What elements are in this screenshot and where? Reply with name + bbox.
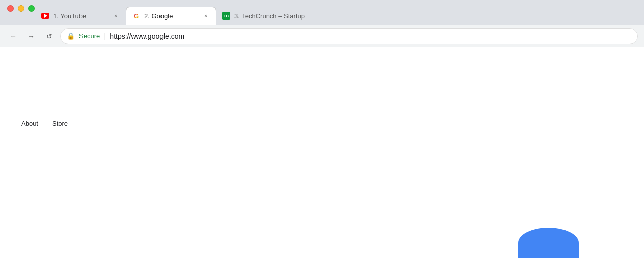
tab-google-title: 2. Google [144,12,198,20]
traffic-lights [7,5,35,12]
maximize-button[interactable] [28,5,35,12]
google-nav: About Store [0,113,75,135]
toolbar: ← → ↺ 🔒 Secure | https://www.google.com [0,25,644,47]
google-logo-partial [518,228,579,258]
store-link[interactable]: Store [45,120,75,127]
back-button[interactable]: ← [6,29,20,43]
page-content: About Store [0,47,644,258]
tab-youtube-close[interactable]: × [112,12,120,20]
close-button[interactable] [7,5,14,12]
forward-button[interactable]: → [24,29,38,43]
tab-google-close[interactable]: × [202,12,210,20]
youtube-favicon-icon [41,12,49,20]
secure-label: Secure [79,32,100,40]
secure-icon: 🔒 [67,32,75,40]
tab-google[interactable]: G 2. Google × [126,7,216,25]
tab-youtube-title: 1. YouTube [53,12,108,20]
tab-techcrunch[interactable]: TC 3. TechCrunch – Startup [216,7,311,25]
tabs-bar: 1. YouTube × G 2. Google × TC 3. TechCru… [0,0,644,25]
techcrunch-favicon-icon: TC [222,12,230,20]
tab-techcrunch-title: 3. TechCrunch – Startup [234,12,305,20]
url-protocol: https:// [110,32,131,40]
browser-window: 1. YouTube × G 2. Google × TC 3. TechCru… [0,0,644,258]
url-domain: www.google.com [131,32,184,40]
address-url: https://www.google.com [110,32,184,40]
about-link[interactable]: About [14,120,45,127]
address-divider: | [104,32,106,41]
minimize-button[interactable] [18,5,24,12]
address-bar[interactable]: 🔒 Secure | https://www.google.com [60,28,638,44]
google-favicon-icon: G [132,12,140,20]
tab-youtube[interactable]: 1. YouTube × [35,7,126,25]
reload-button[interactable]: ↺ [42,29,56,43]
